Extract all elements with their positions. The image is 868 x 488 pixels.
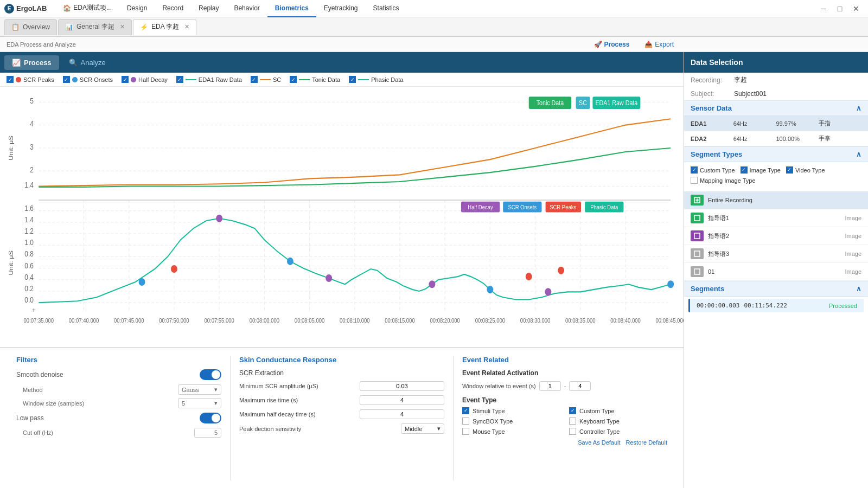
scr-min-amp-input[interactable] bbox=[360, 381, 444, 391]
nav-record[interactable]: Record bbox=[155, 0, 191, 17]
video-type-seg[interactable]: Video Type bbox=[786, 166, 825, 174]
legend-sc[interactable]: SC bbox=[251, 76, 281, 83]
legend-scr-onsets[interactable]: SCR Onsets bbox=[63, 76, 113, 83]
segment-entry-1[interactable]: 00:00:00.003 00:11:54.222 Processed bbox=[688, 299, 864, 312]
scr-min-amp-row: Minimum SCR amplitude (μS) bbox=[239, 381, 444, 391]
event-section: Event Related Event Related Activation W… bbox=[454, 356, 676, 480]
sensor-eda2-row[interactable]: EDA2 64Hz 100.00% 手掌 bbox=[684, 131, 868, 146]
legend-eda1-raw[interactable]: EDA1 Raw Data bbox=[176, 76, 242, 83]
mouse-type-checkbox[interactable] bbox=[462, 428, 469, 435]
scr-max-decay-input[interactable] bbox=[360, 409, 444, 419]
smooth-denoise-label: Smooth denoise bbox=[16, 371, 63, 378]
legend-scr-peaks-checkbox[interactable] bbox=[7, 76, 14, 83]
tab-overview[interactable]: 📋 Overview bbox=[4, 19, 57, 35]
keyboard-type-item[interactable]: Keyboard Type bbox=[569, 418, 667, 425]
analyze-tab[interactable]: 🔍 Analyze bbox=[61, 55, 113, 70]
custom-type-seg[interactable]: Custom Type bbox=[691, 166, 735, 174]
stimuli-type-item[interactable]: Stimuli Type bbox=[462, 407, 560, 414]
scr-max-rise-input[interactable] bbox=[360, 395, 444, 405]
segment-guide1[interactable]: 指导语1 Image bbox=[684, 209, 868, 227]
tab-eda-close[interactable]: ✕ bbox=[184, 23, 189, 30]
svg-rect-91 bbox=[694, 233, 700, 239]
syncbox-type-checkbox[interactable] bbox=[462, 418, 469, 425]
segment-guide2[interactable]: 指导语2 Image bbox=[684, 227, 868, 245]
segment-guide3[interactable]: 指导语3 Image bbox=[684, 245, 868, 263]
legend-phasic[interactable]: Phasic Data bbox=[349, 76, 403, 83]
svg-text:0.8: 0.8 bbox=[24, 249, 34, 258]
legend-sc-checkbox[interactable] bbox=[251, 76, 258, 83]
low-pass-row: Low pass bbox=[16, 413, 221, 423]
nav-eda-test[interactable]: 🏠 EDA测试项... bbox=[55, 0, 119, 17]
peak-sensitivity-select[interactable]: Middle ▾ bbox=[401, 423, 444, 434]
chart-area[interactable]: 5 4 3 2 1.4 Unit: μS Tonic Data SC EDA1 … bbox=[0, 87, 684, 347]
nav-design[interactable]: Design bbox=[119, 0, 155, 17]
save-default-button[interactable]: Save As Default bbox=[578, 439, 620, 446]
legend-scr-onsets-checkbox[interactable] bbox=[63, 76, 70, 83]
tab-eda[interactable]: ⚡ EDA 李超 ✕ bbox=[133, 19, 196, 35]
restore-default-button[interactable]: Restore Default bbox=[626, 439, 667, 446]
sensor-eda1-row[interactable]: EDA1 64Hz 99.97% 手指 bbox=[684, 116, 868, 131]
tonic-line bbox=[299, 79, 310, 80]
window-size-select[interactable]: 5 ▾ bbox=[178, 398, 221, 408]
legend-phasic-checkbox[interactable] bbox=[349, 76, 356, 83]
title-controls: ─ □ ✕ bbox=[816, 1, 864, 16]
mapping-type-seg[interactable]: Mapping Image Type bbox=[691, 177, 756, 184]
svg-text:Unit: μS: Unit: μS bbox=[8, 251, 14, 275]
segments-header[interactable]: Segments ∧ bbox=[684, 281, 868, 297]
legend-scr-peaks[interactable]: SCR Peaks bbox=[7, 76, 54, 83]
nav-statistics[interactable]: Statistics bbox=[366, 0, 407, 17]
seg-guide3-type: Image bbox=[845, 251, 861, 257]
method-select[interactable]: Gauss ▾ bbox=[178, 384, 221, 395]
mapping-type-seg-cb[interactable] bbox=[691, 177, 698, 184]
controller-type-item[interactable]: Controller Type bbox=[569, 428, 667, 435]
tab-general[interactable]: 📊 General 李超 ✕ bbox=[58, 19, 132, 35]
low-pass-toggle[interactable] bbox=[200, 413, 221, 423]
nav-eyetracking[interactable]: Eyetracking bbox=[316, 0, 366, 17]
legend-tonic-checkbox[interactable] bbox=[290, 76, 297, 83]
close-button[interactable]: ✕ bbox=[848, 1, 864, 16]
data-selection-header: Data Selection bbox=[684, 52, 868, 73]
process-tab[interactable]: 📈 Process bbox=[4, 55, 59, 70]
export-toolbar-button[interactable]: 📤 Export bbox=[639, 38, 679, 50]
cutoff-input[interactable]: 5 bbox=[194, 428, 221, 438]
svg-text:1.2: 1.2 bbox=[24, 227, 34, 235]
event-actions: Save As Default Restore Default bbox=[462, 439, 667, 446]
seg-end-time: 00:11:54.222 bbox=[744, 302, 787, 309]
video-type-seg-cb[interactable] bbox=[786, 166, 793, 174]
controller-type-checkbox[interactable] bbox=[569, 428, 576, 435]
legend-half-decay[interactable]: Half Decay bbox=[122, 76, 168, 83]
window-from-input[interactable] bbox=[539, 381, 561, 391]
svg-point-53 bbox=[526, 273, 532, 280]
custom-type-item[interactable]: Custom Type bbox=[569, 407, 667, 414]
legend-half-decay-checkbox[interactable] bbox=[122, 76, 129, 83]
segment-entire-recording[interactable]: Entire Recording bbox=[684, 191, 868, 209]
maximize-button[interactable]: □ bbox=[832, 1, 847, 16]
smooth-denoise-toggle[interactable] bbox=[200, 369, 221, 380]
process-icon: 🚀 bbox=[594, 41, 602, 48]
custom-type-seg-cb[interactable] bbox=[691, 166, 698, 174]
minimize-button[interactable]: ─ bbox=[816, 1, 831, 16]
window-to-input[interactable] bbox=[569, 381, 591, 391]
segment-01[interactable]: 01 Image bbox=[684, 263, 868, 281]
image-type-seg[interactable]: Image Type bbox=[741, 166, 781, 174]
segment-types-header[interactable]: Segment Types ∧ bbox=[684, 146, 868, 162]
syncbox-type-item[interactable]: SyncBOX Type bbox=[462, 418, 560, 425]
legend-tonic[interactable]: Tonic Data bbox=[290, 76, 340, 83]
sensor-data-header[interactable]: Sensor Data ∧ bbox=[684, 100, 868, 116]
tab-general-close[interactable]: ✕ bbox=[120, 23, 125, 30]
svg-text:00:08:00.000: 00:08:00.000 bbox=[250, 317, 280, 324]
svg-text:2: 2 bbox=[30, 165, 34, 174]
nav-biometrics[interactable]: Biometrics bbox=[267, 0, 316, 17]
nav-behavior[interactable]: Behavior bbox=[226, 0, 267, 17]
process-label: Process bbox=[604, 41, 630, 48]
keyboard-type-checkbox[interactable] bbox=[569, 418, 576, 425]
legend-eda1-raw-checkbox[interactable] bbox=[176, 76, 183, 83]
nav-replay[interactable]: Replay bbox=[191, 0, 226, 17]
custom-type-checkbox[interactable] bbox=[569, 407, 576, 414]
image-type-seg-cb[interactable] bbox=[741, 166, 748, 174]
mouse-type-item[interactable]: Mouse Type bbox=[462, 428, 560, 435]
window-label: Window relative to event (s) bbox=[462, 383, 536, 389]
process-toolbar-button[interactable]: 🚀 Process bbox=[589, 38, 635, 50]
stimuli-type-checkbox[interactable] bbox=[462, 407, 469, 414]
legend-half-decay-label: Half Decay bbox=[138, 76, 168, 83]
